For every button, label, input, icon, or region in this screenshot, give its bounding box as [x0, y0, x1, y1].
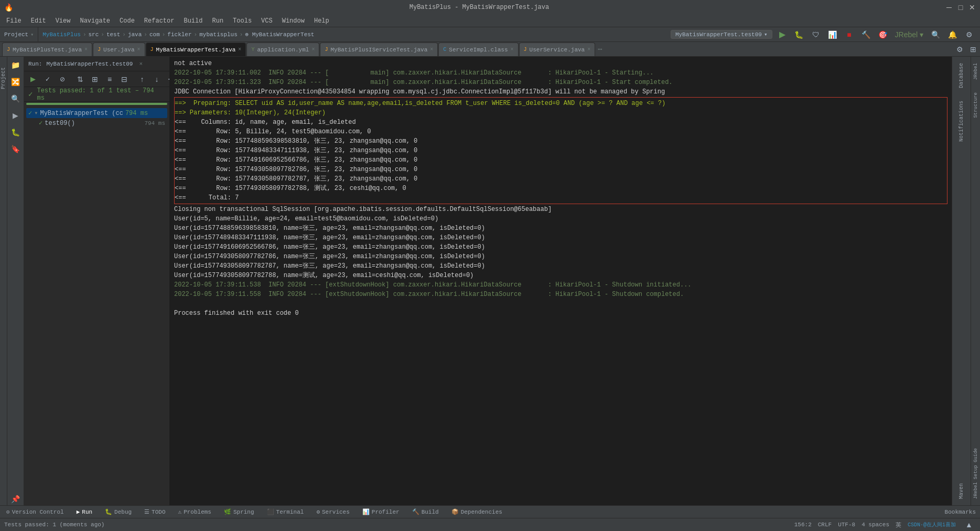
- breadcrumb-src[interactable]: src: [88, 31, 99, 38]
- menu-vcs[interactable]: VCS: [257, 16, 277, 26]
- dependencies-label: Dependencies: [461, 509, 502, 515]
- menu-navigate[interactable]: Navigate: [76, 16, 114, 26]
- scroll-to-top-btn[interactable]: ▲: [962, 520, 976, 529]
- prev-fail-button[interactable]: ↑: [135, 72, 149, 86]
- search-button[interactable]: 🔍: [929, 28, 942, 41]
- tab-applicationyml[interactable]: Y application.yml ×: [246, 43, 319, 56]
- tab-close-applicationyml[interactable]: ×: [311, 47, 315, 52]
- tab-serviceimpl[interactable]: C ServiceImpl.class ×: [438, 43, 518, 56]
- menu-window[interactable]: Window: [278, 16, 309, 26]
- breadcrumb-com[interactable]: com: [149, 31, 160, 38]
- settings-button[interactable]: ⚙: [962, 28, 976, 41]
- breadcrumb-fickler[interactable]: fickler: [167, 31, 191, 38]
- bookmarks-vert-btn[interactable]: Bookmarks: [945, 509, 976, 515]
- menu-run[interactable]: Run: [208, 16, 228, 26]
- tab-close-mybatisservice[interactable]: ×: [430, 47, 433, 52]
- build-button[interactable]: 🔨: [859, 28, 873, 41]
- debug-tool-item[interactable]: 🐛 Debug: [103, 508, 134, 515]
- spring-tool-item[interactable]: 🌿 Spring: [222, 508, 256, 515]
- target-button[interactable]: 🎯: [876, 28, 890, 41]
- jrebel-button[interactable]: JRebel ▾: [893, 28, 925, 41]
- breadcrumb-mybatisplus2[interactable]: mybatisplus: [199, 31, 238, 38]
- status-charset[interactable]: UTF-8: [838, 522, 855, 528]
- status-indent[interactable]: 4 spaces: [861, 522, 889, 528]
- breadcrumb-java[interactable]: java: [128, 31, 142, 38]
- jrebel-vert-label[interactable]: JRebel: [973, 57, 979, 86]
- menu-view[interactable]: View: [51, 16, 75, 26]
- filter-test-button[interactable]: ⊞: [88, 72, 102, 86]
- tab-mybatisservice[interactable]: J MyBatisPlusIServiceTest.java ×: [320, 43, 438, 56]
- run-tool-item[interactable]: ▶ Run: [74, 508, 94, 515]
- menu-edit[interactable]: Edit: [27, 16, 50, 26]
- status-crlf[interactable]: CRLF: [818, 522, 832, 528]
- maven-sidebar-tab[interactable]: Maven: [958, 477, 965, 505]
- status-position[interactable]: 156:2: [794, 522, 812, 528]
- next-fail-button[interactable]: ↓: [150, 72, 164, 86]
- bookmark-sidebar-btn[interactable]: 🔖: [9, 143, 22, 155]
- run-config-selector[interactable]: MyBatisWrapperTest.test09 ▾: [671, 30, 772, 39]
- menu-help[interactable]: Help: [310, 16, 333, 26]
- tab-close-userjava[interactable]: ×: [137, 47, 141, 52]
- split-editor-button[interactable]: ⊞: [966, 43, 980, 56]
- rerun-button[interactable]: ▶: [26, 72, 40, 86]
- tab-mybatisplustest[interactable]: J MyBatisPlusTest.java ×: [2, 43, 92, 56]
- stop-button[interactable]: ■: [843, 28, 856, 41]
- rerun-failed-button[interactable]: ✓: [41, 72, 55, 86]
- test-suite-item[interactable]: ✓ ▾ MyBatisWrapperTest (cc 794 ms: [26, 108, 167, 118]
- services-tool-item[interactable]: ⚙ Services: [314, 508, 351, 515]
- run-button[interactable]: ▶: [776, 28, 789, 41]
- menu-refactor[interactable]: Refactor: [140, 16, 179, 26]
- debug-sidebar-btn[interactable]: 🐛: [9, 126, 22, 139]
- database-sidebar-tab[interactable]: Database: [958, 57, 965, 94]
- tab-close-serviceimpl[interactable]: ×: [511, 47, 514, 52]
- notification-button[interactable]: 🔔: [945, 28, 959, 41]
- test-method-item[interactable]: ✓ test09() 794 ms: [26, 118, 167, 128]
- tab-userjava[interactable]: J User.java ×: [93, 43, 145, 56]
- terminal-tool-item[interactable]: ⬛ Terminal: [265, 508, 306, 515]
- build-tool-item[interactable]: 🔨 Build: [410, 508, 441, 515]
- collapse-all-button[interactable]: ⊟: [117, 72, 131, 86]
- notifications-sidebar-tab[interactable]: Notifications: [958, 94, 965, 148]
- todo-tool-item[interactable]: ☰ TODO: [142, 508, 167, 515]
- close-button[interactable]: ✕: [968, 4, 976, 11]
- sort-test-button[interactable]: ⇅: [73, 72, 87, 86]
- version-control-item[interactable]: ⊙ Version Control: [4, 508, 66, 515]
- stop-test-button[interactable]: ⊘: [56, 72, 69, 86]
- jrebel-setup-vert-label[interactable]: JRebel Setup Guide: [973, 442, 979, 505]
- tab-close-mybatisplustest[interactable]: ×: [84, 47, 88, 52]
- window-controls[interactable]: ─ □ ✕: [945, 4, 976, 11]
- expand-all-button[interactable]: ≡: [103, 72, 116, 86]
- problems-tool-item[interactable]: ⚠ Problems: [176, 508, 213, 515]
- menu-build[interactable]: Build: [179, 16, 207, 26]
- breadcrumb-test[interactable]: test: [106, 31, 120, 38]
- tab-mybatiswrappertest[interactable]: J MyBatisWrapperTest.java ×: [146, 43, 246, 56]
- run-test-tab[interactable]: MyBatisWrapperTest.test09: [46, 61, 133, 67]
- run-tab-close[interactable]: ×: [139, 61, 143, 67]
- commits-icon-btn[interactable]: 🔀: [9, 76, 22, 88]
- tab-userservice[interactable]: J UserService.java ×: [519, 43, 596, 56]
- breadcrumb-mybatisplus[interactable]: MyBatisPlus: [42, 31, 81, 38]
- status-git-branch[interactable]: 英: [896, 521, 901, 529]
- more-tabs-button[interactable]: ⋯: [598, 45, 602, 54]
- menu-file[interactable]: File: [2, 16, 26, 26]
- breadcrumb-file[interactable]: ⊕ MyBatisWrapperTest: [245, 31, 314, 38]
- debug-button[interactable]: 🐛: [792, 28, 806, 41]
- menu-tools[interactable]: Tools: [229, 16, 256, 26]
- profiler-tool-item[interactable]: 📊 Profiler: [360, 508, 402, 515]
- dependencies-tool-item[interactable]: 📦 Dependencies: [449, 508, 504, 515]
- settings-editor-button[interactable]: ⚙: [953, 43, 966, 56]
- minimize-button[interactable]: ─: [945, 4, 953, 11]
- run-sidebar-btn[interactable]: ▶: [9, 109, 22, 122]
- tab-close-userservice[interactable]: ×: [587, 47, 590, 52]
- folder-icon-btn[interactable]: 📁: [9, 59, 22, 71]
- structure-vert-label[interactable]: Structure: [973, 86, 979, 124]
- menu-code[interactable]: Code: [115, 16, 139, 26]
- tab-close-mybatiswrappertest[interactable]: ×: [238, 47, 241, 52]
- project-sidebar-label[interactable]: Project: [0, 61, 7, 95]
- profiler-run-button[interactable]: 📊: [826, 28, 839, 41]
- maximize-button[interactable]: □: [957, 4, 964, 11]
- project-button[interactable]: Project ▾: [0, 27, 38, 41]
- search-icon-btn[interactable]: 🔍: [9, 92, 22, 105]
- coverage-button[interactable]: 🛡: [809, 28, 823, 41]
- pin-icon-btn[interactable]: 📌: [9, 493, 22, 505]
